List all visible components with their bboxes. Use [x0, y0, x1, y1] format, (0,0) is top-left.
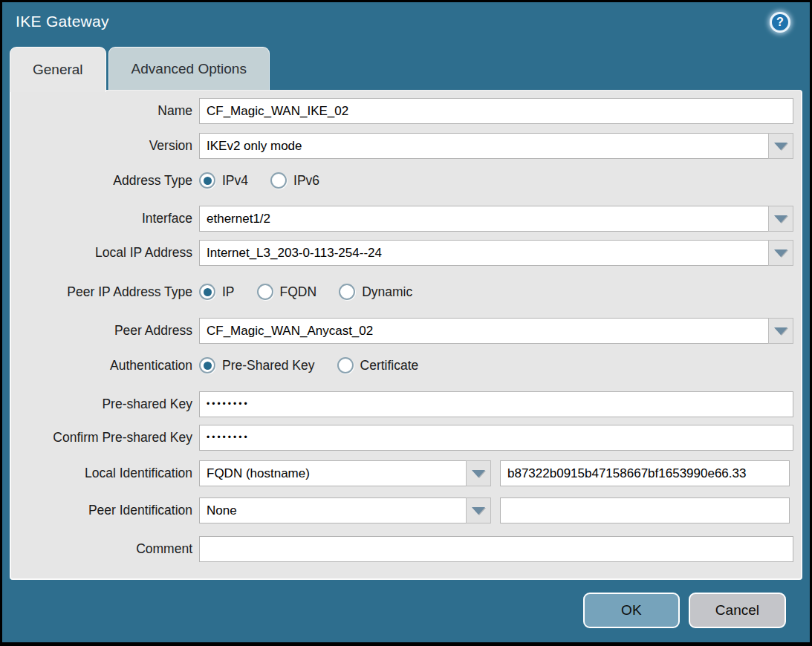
- radio-certificate-label: Certificate: [360, 358, 419, 373]
- local-ip-address-row: Local IP Address Internet_L3_203-0-113-2…: [17, 240, 801, 266]
- radio-peer-dynamic-circle: [339, 284, 355, 300]
- radio-certificate-circle: [337, 357, 354, 373]
- authentication-label: Authentication: [17, 358, 199, 373]
- version-dropdown-button[interactable]: [768, 133, 793, 159]
- peer-identification-label: Peer Identification: [17, 503, 199, 518]
- pre-shared-key-input[interactable]: ••••••••: [199, 391, 793, 417]
- tab-advanced-options[interactable]: Advanced Options: [108, 47, 270, 90]
- local-identification-type-dropdown: FQDN (hostname): [199, 460, 491, 486]
- interface-dropdown: ethernet1/2: [199, 206, 793, 232]
- version-row: Version IKEv2 only mode: [17, 133, 801, 159]
- version-label: Version: [17, 138, 199, 154]
- peer-address-dropdown-button[interactable]: [768, 318, 793, 344]
- chevron-down-icon: [774, 327, 787, 335]
- peer-address-label: Peer Address: [17, 323, 199, 339]
- radio-peer-fqdn[interactable]: FQDN: [257, 284, 317, 300]
- radio-ipv6-label: IPv6: [293, 173, 319, 189]
- local-identification-row: Local Identification FQDN (hostname) b87…: [17, 460, 801, 486]
- comment-row: Comment: [17, 536, 801, 562]
- ike-gateway-dialog: IKE Gateway ? General Advanced Options N…: [0, 0, 812, 646]
- chevron-down-icon: [472, 470, 485, 477]
- radio-peer-ip[interactable]: IP: [199, 284, 235, 300]
- pre-shared-key-label: Pre-shared Key: [17, 397, 199, 412]
- chevron-down-icon: [774, 215, 787, 223]
- pre-shared-key-masked-value: ••••••••: [207, 391, 250, 417]
- address-type-label: Address Type: [17, 173, 199, 189]
- peer-identification-dropdown-button[interactable]: [466, 497, 491, 523]
- radio-peer-fqdn-label: FQDN: [280, 284, 317, 300]
- pre-shared-key-row: Pre-shared Key ••••••••: [17, 391, 801, 417]
- peer-ip-address-type-row: Peer IP Address Type IP FQDN Dynamic: [17, 281, 801, 303]
- local-ip-address-dropdown: Internet_L3_203-0-113-254--24: [199, 240, 793, 266]
- general-tab-panel: Name CF_Magic_WAN_IKE_02 Version IKEv2 o…: [10, 90, 802, 580]
- address-type-row: Address Type IPv4 IPv6: [17, 169, 801, 192]
- interface-dropdown-button[interactable]: [768, 206, 793, 232]
- radio-peer-ip-circle: [199, 284, 215, 300]
- chevron-down-icon: [472, 507, 485, 515]
- peer-address-dropdown-value[interactable]: CF_Magic_WAN_Anycast_02: [199, 318, 768, 344]
- tab-general[interactable]: General: [10, 47, 106, 92]
- comment-label: Comment: [17, 541, 199, 557]
- chevron-down-icon: [774, 249, 787, 257]
- comment-input[interactable]: [199, 536, 793, 562]
- peer-identification-type-value[interactable]: None: [199, 497, 466, 523]
- dialog-title: IKE Gateway: [16, 13, 109, 30]
- name-row: Name CF_Magic_WAN_IKE_02: [17, 98, 801, 124]
- confirm-pre-shared-key-row: Confirm Pre-shared Key ••••••••: [17, 425, 801, 451]
- radio-peer-ip-label: IP: [222, 284, 235, 300]
- tab-advanced-options-label: Advanced Options: [131, 61, 247, 77]
- tab-general-label: General: [33, 62, 83, 78]
- peer-identification-id-input[interactable]: [500, 497, 790, 523]
- radio-certificate[interactable]: Certificate: [337, 357, 419, 373]
- local-identification-label: Local Identification: [17, 466, 199, 481]
- radio-pre-shared-key-circle: [199, 357, 215, 373]
- name-label: Name: [17, 103, 199, 119]
- confirm-pre-shared-key-label: Confirm Pre-shared Key: [17, 430, 199, 446]
- peer-identification-type-dropdown: None: [199, 497, 491, 523]
- radio-ipv6[interactable]: IPv6: [270, 172, 319, 189]
- radio-peer-fqdn-circle: [257, 284, 273, 300]
- radio-ipv4[interactable]: IPv4: [199, 172, 248, 189]
- name-input[interactable]: CF_Magic_WAN_IKE_02: [199, 98, 793, 124]
- interface-label: Interface: [17, 211, 199, 226]
- chevron-down-icon: [774, 143, 787, 150]
- confirm-pre-shared-key-input[interactable]: ••••••••: [199, 425, 793, 451]
- local-ip-address-dropdown-button[interactable]: [768, 240, 793, 266]
- authentication-row: Authentication Pre-Shared Key Certificat…: [17, 354, 801, 376]
- radio-peer-dynamic[interactable]: Dynamic: [339, 284, 412, 300]
- interface-dropdown-value[interactable]: ethernet1/2: [199, 206, 768, 232]
- radio-ipv4-label: IPv4: [222, 173, 248, 189]
- footer-button-bar: OK Cancel: [583, 593, 786, 628]
- peer-identification-row: Peer Identification None: [17, 497, 801, 523]
- radio-ipv6-circle: [270, 172, 287, 189]
- help-icon[interactable]: ?: [770, 12, 790, 33]
- radio-pre-shared-key[interactable]: Pre-Shared Key: [199, 357, 315, 373]
- cancel-button[interactable]: Cancel: [689, 593, 786, 628]
- local-ip-address-dropdown-value[interactable]: Internet_L3_203-0-113-254--24: [199, 240, 768, 266]
- local-identification-type-value[interactable]: FQDN (hostname): [199, 460, 466, 486]
- peer-ip-address-type-label: Peer IP Address Type: [17, 284, 199, 300]
- peer-address-row: Peer Address CF_Magic_WAN_Anycast_02: [17, 318, 801, 344]
- help-icon-glyph: ?: [776, 16, 784, 29]
- interface-row: Interface ethernet1/2: [17, 206, 801, 232]
- version-dropdown: IKEv2 only mode: [199, 133, 793, 159]
- version-dropdown-value[interactable]: IKEv2 only mode: [199, 133, 768, 159]
- peer-address-dropdown: CF_Magic_WAN_Anycast_02: [199, 318, 793, 344]
- radio-peer-dynamic-label: Dynamic: [362, 284, 412, 300]
- confirm-pre-shared-key-masked-value: ••••••••: [207, 425, 250, 451]
- radio-pre-shared-key-label: Pre-Shared Key: [222, 358, 315, 373]
- radio-ipv4-circle: [199, 172, 215, 189]
- local-ip-address-label: Local IP Address: [17, 245, 199, 261]
- local-identification-dropdown-button[interactable]: [466, 460, 491, 486]
- tab-bar: General Advanced Options: [10, 47, 270, 92]
- local-identification-id-input[interactable]: b87322b0915b47158667bf1653990e66.33: [500, 460, 790, 486]
- ok-button[interactable]: OK: [583, 593, 680, 628]
